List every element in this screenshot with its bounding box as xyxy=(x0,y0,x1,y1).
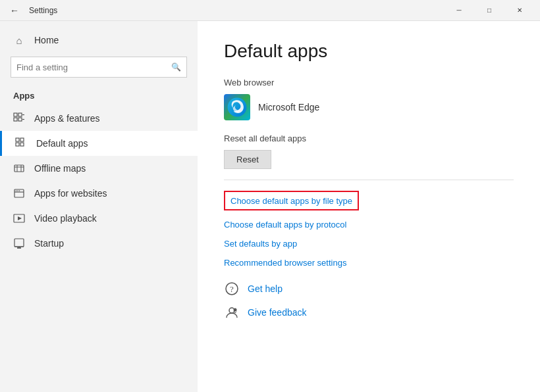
svg-rect-3 xyxy=(18,118,22,121)
sidebar-item-startup[interactable]: Startup xyxy=(0,231,198,256)
link-file-type-anchor[interactable]: Choose default apps by file type xyxy=(230,196,352,206)
sidebar-item-label: Offline maps xyxy=(34,163,86,174)
svg-rect-10 xyxy=(14,165,24,172)
sidebar-home-label: Home xyxy=(34,35,59,45)
svg-marker-20 xyxy=(18,216,22,220)
sidebar-item-offline-maps[interactable]: Offline maps xyxy=(0,156,198,181)
apps-websites-icon xyxy=(13,187,25,199)
sidebar-item-apps-websites[interactable]: Apps for websites xyxy=(0,181,198,206)
browser-name: Microsoft Edge xyxy=(258,102,319,112)
sidebar-item-default-apps[interactable]: Default apps xyxy=(0,131,198,156)
link-file-type-text[interactable]: Choose default apps by file type xyxy=(224,191,359,210)
video-playback-icon xyxy=(13,212,25,224)
link-set-defaults[interactable]: Set defaults by app xyxy=(224,239,514,249)
link-protocol[interactable]: Choose default apps by protocol xyxy=(224,220,514,230)
give-feedback-icon xyxy=(224,305,240,320)
sidebar: ⌂ Home 🔍 Apps Apps & features xyxy=(0,21,198,392)
sidebar-item-label: Apps & features xyxy=(34,113,100,124)
default-apps-icon xyxy=(15,137,27,149)
window-title: Settings xyxy=(29,6,444,15)
sidebar-item-label: Default apps xyxy=(36,138,88,149)
svg-rect-6 xyxy=(16,138,19,141)
main-container: ⌂ Home 🔍 Apps Apps & features xyxy=(0,21,540,392)
sidebar-item-label: Video playback xyxy=(34,213,97,224)
svg-rect-21 xyxy=(14,239,24,247)
link-browser-settings[interactable]: Recommended browser settings xyxy=(224,258,514,268)
sidebar-item-apps-features[interactable]: Apps & features xyxy=(0,106,198,131)
svg-rect-1 xyxy=(18,113,22,116)
page-title: Default apps xyxy=(224,41,514,62)
sidebar-search-box[interactable]: 🔍 xyxy=(11,57,187,78)
link-protocol-anchor[interactable]: Choose default apps by protocol xyxy=(224,220,346,230)
reset-label: Reset all default apps xyxy=(224,134,514,143)
svg-rect-8 xyxy=(16,143,19,146)
content-area: Default apps Web browser xyxy=(198,21,540,392)
startup-icon xyxy=(13,237,25,249)
offline-maps-icon xyxy=(13,162,25,174)
divider xyxy=(224,180,514,180)
sidebar-section-title: Apps xyxy=(0,88,198,106)
sidebar-item-label: Apps for websites xyxy=(34,188,107,199)
sidebar-item-label: Startup xyxy=(34,238,64,249)
minimize-button[interactable]: ─ xyxy=(444,0,474,21)
maximize-button[interactable]: □ xyxy=(474,0,504,21)
browser-icon xyxy=(224,94,250,120)
svg-point-18 xyxy=(19,190,20,191)
home-icon: ⌂ xyxy=(13,34,25,46)
svg-point-17 xyxy=(17,190,18,191)
window-controls: ─ □ ✕ xyxy=(444,0,535,21)
get-help-item[interactable]: ? Get help xyxy=(224,281,514,297)
reset-button[interactable]: Reset xyxy=(224,150,271,169)
svg-rect-7 xyxy=(20,138,24,141)
sidebar-item-video-playback[interactable]: Video playback xyxy=(0,206,198,231)
back-button[interactable]: ← xyxy=(5,1,24,20)
browser-app-item[interactable]: Microsoft Edge xyxy=(224,94,514,120)
reset-section: Reset all default apps Reset xyxy=(224,134,514,169)
search-input[interactable] xyxy=(16,62,171,72)
link-browser-settings-anchor[interactable]: Recommended browser settings xyxy=(224,258,346,268)
svg-point-29 xyxy=(234,308,237,312)
give-feedback-item[interactable]: Give feedback xyxy=(224,305,514,320)
apps-features-icon xyxy=(13,112,25,124)
give-feedback-text[interactable]: Give feedback xyxy=(248,307,307,318)
sidebar-home[interactable]: ⌂ Home xyxy=(0,29,198,51)
link-set-defaults-anchor[interactable]: Set defaults by app xyxy=(224,239,297,249)
svg-point-16 xyxy=(16,190,17,191)
search-icon: 🔍 xyxy=(171,62,181,72)
close-button[interactable]: ✕ xyxy=(504,0,535,21)
get-help-icon: ? xyxy=(224,281,240,297)
svg-rect-0 xyxy=(14,113,17,116)
bottom-links: ? Get help Give feedback xyxy=(224,281,514,320)
svg-rect-9 xyxy=(20,143,24,146)
titlebar: ← Settings ─ □ ✕ xyxy=(0,0,540,21)
get-help-text[interactable]: Get help xyxy=(248,283,283,294)
link-file-type[interactable]: Choose default apps by file type xyxy=(224,191,514,210)
svg-text:?: ? xyxy=(230,284,234,294)
web-browser-label: Web browser xyxy=(224,78,514,87)
svg-rect-2 xyxy=(14,118,17,121)
